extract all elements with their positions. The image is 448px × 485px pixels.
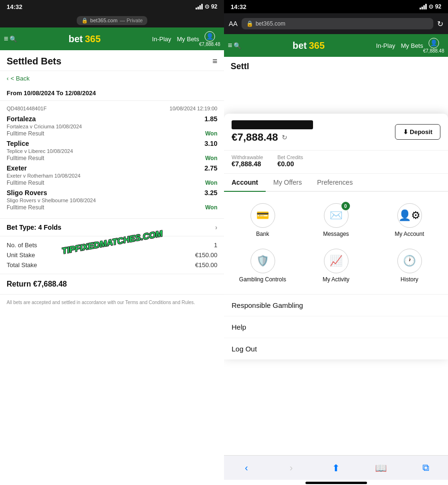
left-logo: bet 365 — [17, 34, 152, 44]
safari-back-button[interactable]: ‹ — [236, 462, 257, 473]
bet-type-chevron: › — [215, 224, 217, 231]
bet-type-label: Bet Type: 4 Folds — [7, 224, 62, 231]
bet-item-4: Sligo Rovers 3.25 Sligo Rovers v Shelbou… — [7, 189, 217, 211]
gambling-controls-icon: 🛡️ — [256, 255, 269, 267]
lock-icon: 🔒 — [81, 18, 88, 24]
left-page-header: Settled Bets ≡ — [0, 50, 224, 71]
right-nav-links: In-Play My Bets — [376, 42, 423, 49]
right-my-bets-link[interactable]: My Bets — [401, 42, 423, 49]
bet-date: 10/08/2024 12:19:00 — [170, 106, 217, 111]
bet-credits-item: Bet Credits €0.00 — [278, 154, 303, 168]
right-search-icon[interactable]: 🔍 — [233, 42, 241, 49]
messages-label: Messages — [323, 231, 349, 237]
left-menu-icon[interactable]: ≡ 🔍 — [4, 35, 17, 43]
my-activity-label: My Activity — [323, 276, 349, 283]
safari-aa[interactable]: AA — [229, 20, 238, 27]
my-bets-link[interactable]: My Bets — [177, 36, 199, 43]
tab-account[interactable]: Account — [224, 174, 266, 192]
bet-id-row: QD4801448401F 10/08/2024 12:19:00 — [7, 106, 217, 111]
right-panel: 14:32 ⊙ 92 AA 🔒 bet365.com ↻ ≡ 🔍 bet — [224, 0, 448, 485]
messages-icon-circle: ✉️ 0 — [324, 203, 349, 228]
gambling-controls-label: Gambling Controls — [239, 276, 286, 283]
num-bets-label: No. of Bets — [7, 242, 37, 249]
tab-preferences[interactable]: Preferences — [309, 174, 360, 191]
account-name-masked: ██████████ — [232, 120, 313, 129]
safari-bottom-bar: ‹ › ⬆ 📖 ⧉ — [224, 455, 448, 480]
safari-lock-icon: 🔒 — [246, 20, 253, 27]
right-status-right: ⊙ 92 — [420, 3, 441, 10]
tab-my-offers[interactable]: My Offers — [266, 174, 309, 191]
right-balance: €7,888.48 — [423, 48, 445, 54]
bet-type-row[interactable]: Bet Type: 4 Folds › — [0, 219, 224, 236]
num-bets-value: 1 — [214, 242, 217, 249]
left-account-btn[interactable]: 👤 €7,888.48 — [199, 31, 221, 47]
account-balance-block: ██████████ €7,888.48 ↻ — [232, 120, 313, 144]
safari-url-pill[interactable]: 🔒 bet365.com — [242, 18, 433, 29]
help-item[interactable]: Help — [224, 316, 448, 338]
account-sub-row: Withdrawable €7,888.48 Bet Credits €0.00 — [224, 151, 448, 174]
safari-share-button[interactable]: ⬆ — [325, 462, 346, 474]
right-account-btn[interactable]: 👤 €7,888.48 — [423, 38, 445, 54]
messages-icon: ✉️ — [330, 209, 342, 222]
home-indicator — [305, 482, 367, 484]
messages-badge: 0 — [341, 202, 350, 210]
bet-item-3: Exeter 2.75 Exeter v Rotherham 10/08/202… — [7, 164, 217, 186]
left-page-title: Settled Bets — [7, 56, 62, 67]
in-play-link[interactable]: In-Play — [152, 36, 171, 43]
history-label: History — [401, 276, 418, 283]
withdrawable-label: Withdrawable — [232, 154, 263, 160]
responsible-gambling-item[interactable]: Responsible Gambling — [224, 295, 448, 316]
left-balance: €7,888.48 — [199, 42, 221, 47]
safari-forward-button[interactable]: › — [281, 462, 302, 473]
my-activity-item[interactable]: 📈 My Activity — [301, 245, 371, 287]
account-balance: €7,888.48 — [232, 131, 278, 144]
left-url-bar[interactable]: 🔒 bet365.com — Private — [77, 16, 148, 25]
left-bet-section: QD4801448401F 10/08/2024 12:19:00 Fortal… — [0, 101, 224, 219]
total-stake-label: Total Stake — [7, 261, 37, 269]
private-label: — Private — [120, 18, 143, 23]
balance-refresh-icon[interactable]: ↻ — [282, 134, 287, 141]
history-item[interactable]: 🕐 History — [375, 245, 444, 287]
bank-item[interactable]: 💳 Bank — [228, 199, 297, 241]
left-nav-links: In-Play My Bets — [152, 36, 199, 43]
left-status-bar: 14:32 ⊙ 92 — [0, 0, 224, 13]
right-logo: bet 365 — [241, 41, 376, 51]
safari-tabs-button[interactable]: ⧉ — [415, 462, 436, 473]
right-signal-icon — [420, 4, 427, 9]
deposit-button[interactable]: ⬇ Deposit — [395, 124, 440, 140]
left-search-icon[interactable]: 🔍 — [9, 36, 17, 43]
bet-credits-label: Bet Credits — [278, 154, 303, 160]
left-browser-bar: 🔒 bet365.com — Private — [0, 13, 224, 27]
bank-icon-circle: 💳 — [251, 203, 275, 228]
right-account-icon: 👤 — [429, 38, 439, 48]
safari-url: bet365.com — [256, 20, 286, 27]
right-navbar: ≡ 🔍 bet 365 In-Play My Bets 👤 €7,888.48 — [224, 34, 448, 57]
gambling-controls-item[interactable]: 🛡️ Gambling Controls — [228, 245, 297, 287]
left-navbar: ≡ 🔍 bet 365 In-Play My Bets 👤 €7,888.48 — [0, 27, 224, 50]
bet-id: QD4801448401F — [7, 106, 46, 111]
right-menu-icon[interactable]: ≡ 🔍 — [228, 41, 241, 50]
account-header: ██████████ €7,888.48 ↻ ⬇ Deposit — [224, 114, 448, 151]
bet-stats: No. of Bets 1 Unit Stake €150.00 Total S… — [0, 236, 224, 274]
safari-reload-icon[interactable]: ↻ — [437, 19, 443, 28]
left-hamburger-icon[interactable]: ≡ — [212, 56, 217, 66]
my-account-icon-circle: 👤⚙ — [397, 203, 422, 228]
unit-stake-label: Unit Stake — [7, 251, 35, 259]
log-out-item[interactable]: Log Out — [224, 338, 448, 359]
dropdown-menu-items: Responsible Gambling Help Log Out — [224, 295, 448, 359]
right-time: 14:32 — [231, 3, 246, 10]
right-behind-content: Settl ██████████ €7,888.48 ↻ ⬇ Deposit — [224, 57, 448, 455]
bank-label: Bank — [256, 231, 269, 237]
history-icon: 🕐 — [403, 255, 416, 267]
withdrawable-value: €7,888.48 — [232, 160, 263, 168]
right-in-play-link[interactable]: In-Play — [376, 42, 395, 49]
my-account-label: My Account — [394, 231, 424, 237]
right-battery: 92 — [435, 3, 441, 10]
bet-item-1: Fortaleza 1.85 Fortaleza v Criciuma 10/0… — [7, 115, 217, 137]
safari-bookmarks-button[interactable]: 📖 — [370, 462, 391, 474]
right-page-title: Settl — [231, 62, 249, 71]
wifi-icon: ⊙ — [205, 3, 209, 10]
my-account-item[interactable]: 👤⚙ My Account — [375, 199, 444, 241]
left-back-link[interactable]: ‹ < Back — [0, 71, 224, 86]
messages-item[interactable]: ✉️ 0 Messages — [301, 199, 371, 241]
